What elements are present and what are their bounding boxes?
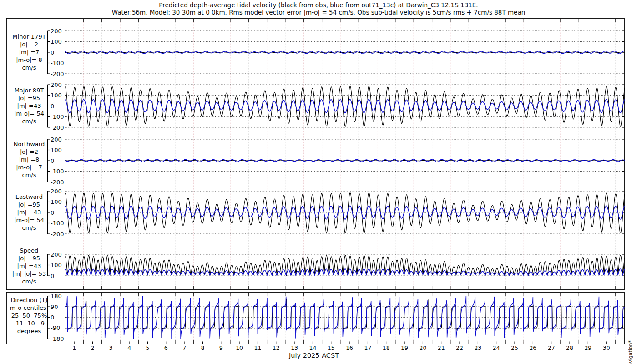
x-tick-label-day-13: 13 (288, 344, 301, 351)
panel-label-line: |m|-|o|= 53 (7, 270, 51, 278)
credit-watermark: © IMOS 06-Jun-2025 21:45:10. *Not for na… (627, 340, 633, 364)
y-tick-label-northward: 200 (51, 136, 62, 142)
panel-label-line: |m| =43 (7, 102, 51, 110)
x-tick-label-day-8: 8 (196, 344, 209, 351)
y-tick-label-northward: 0 (51, 158, 54, 164)
y-tick-label-minor: -100 (51, 60, 64, 66)
panel-label-line: Minor 179T (7, 33, 51, 40)
panel-label-line: Speed (7, 247, 51, 254)
x-tick-label-day-1: 1 (67, 344, 81, 351)
x-tick-label-day-7: 7 (177, 344, 191, 351)
y-tick-label-minor: 0 (51, 50, 54, 56)
x-tick-label-day-14: 14 (306, 344, 319, 351)
panel-label-line: |o| =95 (7, 94, 51, 102)
panel-label-line: |m| =43 (7, 262, 51, 270)
series-eastward-observed (65, 193, 625, 233)
panel-label-major: Major 89T|o| =95|m| =43|m-o|= 54cm/s (7, 86, 51, 125)
x-tick-label-day-25: 25 (508, 344, 521, 351)
plot-area-eastward (65, 189, 625, 236)
y-tick-label-northward: -200 (51, 179, 64, 185)
x-tick-label-day-11: 11 (251, 344, 264, 351)
x-tick-label-day-19: 19 (398, 344, 411, 351)
y-tick-label-direction: -180 (51, 336, 64, 342)
x-tick-label-day-9: 9 (214, 344, 228, 351)
panel-label-line: cm/s (7, 64, 51, 71)
x-tick-label-day-15: 15 (324, 344, 338, 351)
panel-label-line: cm/s (7, 171, 51, 179)
x-tick-label-day-6: 6 (159, 344, 173, 351)
panel-label-line: m-o centiles: (7, 304, 51, 312)
y-tick-label-direction: -90 (51, 325, 60, 331)
x-tick-label-day-20: 20 (416, 344, 430, 351)
y-tick-label-minor: 100 (51, 39, 62, 45)
series-direction-model (65, 296, 625, 339)
panel-label-line: -11 -10 -9 (7, 319, 51, 327)
x-tick-label-day-30: 30 (600, 344, 613, 351)
y-tick-label-minor: 200 (51, 28, 62, 34)
x-tick-label-day-17: 17 (361, 344, 374, 351)
y-tick-label-eastward: -200 (51, 231, 64, 237)
plot-area-minor (65, 29, 625, 76)
x-tick-label-day-29: 29 (581, 344, 595, 351)
panel-label-line: |m-o|= 8 (7, 56, 51, 64)
y-tick-label-northward: 100 (51, 147, 62, 153)
panel-label-northward: Northward|o| =2|m| =8|m-o|= 7cm/s (7, 140, 51, 179)
y-tick-label-eastward: 200 (51, 188, 62, 194)
y-tick-label-eastward: -100 (51, 220, 64, 226)
x-tick-label-day-24: 24 (490, 344, 503, 351)
y-tick-label-major: 0 (51, 103, 54, 109)
x-tick-label-day-16: 16 (343, 344, 356, 351)
tidal-velocity-figure: Predicted depth-average tidal velocity (… (0, 0, 637, 364)
y-tick-label-speed: 0 (51, 273, 54, 279)
series-eastward-model (65, 206, 625, 219)
panel-label-speed: Speed|o| =95|m| =43|m|-|o|= 53cm/s (7, 247, 51, 285)
y-tick-label-major: 200 (51, 82, 62, 88)
panel-label-line: |m| =43 (7, 208, 51, 216)
plot-area-speed (65, 252, 625, 278)
panel-label-line: |o| =2 (7, 40, 51, 48)
panel-label-line: Major 89T (7, 86, 51, 94)
y-tick-label-major: -200 (51, 125, 64, 131)
y-tick-label-eastward: 100 (51, 199, 62, 205)
y-tick-label-direction: 180 (51, 293, 62, 299)
series-major-observed (65, 86, 625, 127)
y-tick-label-major: -100 (51, 114, 64, 120)
panel-label-line: |m-o|= 7 (7, 163, 51, 171)
panel-label-line: Direction (T) (7, 296, 51, 304)
panel-label-line: |m-o|= 54 (7, 216, 51, 224)
panel-label-line: |m-o|= 54 (7, 110, 51, 117)
panel-label-line: |o| =2 (7, 148, 51, 156)
x-tick-label-day-28: 28 (563, 344, 576, 351)
x-tick-label-day-21: 21 (435, 344, 448, 351)
y-tick-label-direction: 90 (51, 304, 58, 310)
series-speed-observed (65, 255, 625, 276)
panel-label-line: |o| =95 (7, 201, 51, 208)
x-tick-label-day-4: 4 (122, 344, 136, 351)
panel-label-minor: Minor 179T|o| =2|m| =7|m-o|= 8cm/s (7, 33, 51, 71)
panel-label-direction: Direction (T)m-o centiles:25 50 75%-11 -… (7, 296, 51, 335)
y-tick-label-direction: 0 (51, 314, 54, 320)
plot-area-direction (65, 294, 625, 340)
panel-label-line: cm/s (7, 278, 51, 285)
x-tick-label-day-3: 3 (104, 344, 118, 351)
panel-label-line: |m| =7 (7, 48, 51, 56)
plot-area-northward (65, 137, 625, 184)
panel-label-line: Northward (7, 140, 51, 148)
x-tick-label-day-10: 10 (233, 344, 246, 351)
panel-label-line: |o| =95 (7, 254, 51, 262)
x-tick-label-day-18: 18 (379, 344, 393, 351)
series-major-model (65, 99, 625, 113)
x-tick-label-day-12: 12 (269, 344, 283, 351)
panel-label-eastward: Eastward|o| =95|m| =43|m-o|= 54cm/s (7, 193, 51, 232)
y-tick-label-speed: 100 (51, 262, 62, 268)
y-tick-label-minor: -200 (51, 71, 64, 77)
panel-label-line: cm/s (7, 224, 51, 232)
panel-label-line: 25 50 75% (7, 312, 51, 319)
y-tick-label-eastward: 0 (51, 210, 54, 216)
x-tick-label-day-26: 26 (526, 344, 540, 351)
series-direction-observed (65, 297, 625, 339)
x-tick-label-day-2: 2 (86, 344, 99, 351)
y-tick-label-northward: -100 (51, 168, 64, 174)
x-axis-title: July 2025 ACST (5, 352, 623, 359)
panel-label-line: |m| =8 (7, 156, 51, 163)
